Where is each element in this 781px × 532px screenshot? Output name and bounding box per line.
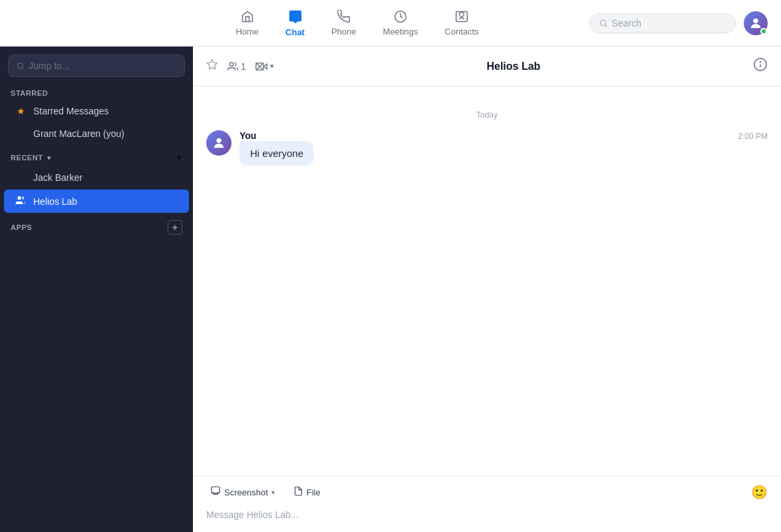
- recent-label: RECENT: [11, 154, 43, 162]
- nav-meetings[interactable]: Meetings: [373, 5, 429, 42]
- screenshot-chevron-icon: ▾: [271, 489, 275, 496]
- svg-point-2: [601, 20, 606, 25]
- messages-area: Today You 2:00 PM Hi everyone: [193, 86, 781, 475]
- message-avatar: [206, 130, 232, 156]
- chevron-down-icon: ▾: [47, 154, 51, 162]
- helios-lab-label: Helios Lab: [33, 196, 77, 207]
- file-button[interactable]: File: [289, 483, 325, 501]
- members-icon: [228, 61, 238, 72]
- search-icon: [599, 19, 608, 28]
- sidebar-item-jack-barker[interactable]: Jack Barker: [4, 167, 189, 188]
- input-toolbar: Screenshot ▾ File 🙂: [206, 483, 768, 501]
- apps-section-header: APPS +: [0, 213, 193, 237]
- starred-messages-label: Starred Messages: [33, 106, 109, 116]
- contacts-icon: [455, 10, 468, 25]
- message-input[interactable]: [206, 507, 768, 523]
- input-area: Screenshot ▾ File 🙂: [193, 475, 781, 532]
- home-icon: [241, 10, 254, 25]
- starred-section-header: STARRED: [0, 82, 193, 100]
- message-meta-row: You 2:00 PM: [239, 130, 768, 141]
- svg-point-4: [753, 18, 758, 23]
- table-row: You 2:00 PM Hi everyone: [206, 130, 768, 166]
- chat-label: Chat: [285, 27, 305, 37]
- message-time: 2:00 PM: [738, 132, 768, 141]
- group-icon: [15, 195, 27, 207]
- meetings-label: Meetings: [383, 27, 418, 37]
- search-input[interactable]: [612, 18, 726, 29]
- phone-label: Phone: [331, 27, 357, 37]
- message-bubble: Hi everyone: [239, 141, 314, 166]
- svg-point-5: [18, 63, 23, 68]
- nav-chat[interactable]: Chat: [275, 4, 315, 43]
- sidebar-search[interactable]: [8, 55, 185, 77]
- svg-line-6: [22, 67, 23, 68]
- svg-point-17: [760, 62, 761, 63]
- recent-toggle[interactable]: RECENT ▾: [11, 154, 51, 162]
- info-button[interactable]: [753, 57, 768, 75]
- svg-marker-8: [208, 60, 218, 69]
- date-divider: Today: [206, 110, 768, 120]
- video-icon: [255, 61, 267, 72]
- sidebar-item-starred-messages[interactable]: ★ Starred Messages: [4, 100, 189, 122]
- nav-center: Home Chat Phone: [225, 4, 489, 43]
- info-icon: [753, 57, 768, 72]
- contacts-label: Contacts: [444, 27, 478, 37]
- chat-header-left: 1 ▾: [206, 59, 274, 74]
- chat-icon: [288, 9, 303, 26]
- file-label: File: [307, 487, 321, 497]
- online-badge: [760, 28, 767, 35]
- emoji-icon: 🙂: [751, 485, 768, 499]
- grant-maclaren-label: Grant MacLaren (you): [33, 128, 124, 139]
- sidebar-search-icon: [17, 62, 25, 70]
- nav-home[interactable]: Home: [225, 5, 269, 42]
- meetings-icon: [394, 10, 407, 25]
- star-header-icon[interactable]: [206, 59, 218, 74]
- members-button[interactable]: 1: [228, 61, 246, 72]
- jack-barker-label: Jack Barker: [33, 172, 82, 183]
- home-label: Home: [235, 27, 259, 37]
- star-icon: ★: [15, 106, 27, 116]
- chat-title: Helios Lab: [486, 61, 540, 72]
- members-count: 1: [241, 61, 246, 72]
- nav-right: [568, 11, 768, 35]
- svg-point-9: [230, 63, 233, 66]
- nav-contacts[interactable]: Contacts: [434, 5, 489, 42]
- sidebar-item-grant-maclaren[interactable]: Grant MacLaren (you): [4, 123, 189, 144]
- svg-line-3: [605, 25, 607, 26]
- sender-avatar-icon: [212, 136, 226, 150]
- recent-section-header: RECENT ▾ +: [0, 145, 193, 166]
- chat-area: 1 ▾ Helios Lab: [193, 47, 781, 532]
- svg-rect-19: [212, 487, 220, 493]
- sidebar-item-helios-lab[interactable]: Helios Lab: [4, 190, 189, 213]
- file-icon: [293, 486, 303, 499]
- screenshot-button[interactable]: Screenshot ▾: [206, 483, 279, 501]
- svg-point-18: [216, 138, 221, 143]
- chat-header: 1 ▾ Helios Lab: [193, 47, 781, 86]
- apps-label: APPS: [11, 223, 32, 231]
- video-chevron-icon: ▾: [270, 62, 274, 70]
- add-recent-button[interactable]: +: [176, 152, 182, 164]
- screenshot-label: Screenshot: [224, 487, 268, 497]
- video-button[interactable]: ▾: [255, 61, 274, 72]
- search-bar[interactable]: [589, 13, 736, 33]
- message-sender: You: [239, 130, 256, 141]
- top-navigation: Home Chat Phone: [0, 0, 781, 47]
- user-avatar-container[interactable]: [744, 11, 768, 35]
- phone-icon: [337, 10, 351, 25]
- main-body: STARRED ★ Starred Messages Grant MacLare…: [0, 47, 781, 532]
- svg-marker-10: [263, 64, 267, 69]
- message-content: You 2:00 PM Hi everyone: [239, 130, 768, 166]
- starred-label: STARRED: [11, 89, 48, 97]
- svg-point-7: [17, 196, 21, 200]
- emoji-button[interactable]: 🙂: [751, 484, 768, 500]
- sidebar: STARRED ★ Starred Messages Grant MacLare…: [0, 47, 193, 532]
- nav-phone[interactable]: Phone: [321, 5, 367, 42]
- add-app-button[interactable]: +: [168, 220, 182, 235]
- screenshot-icon: [210, 485, 221, 499]
- sidebar-search-input[interactable]: [29, 61, 176, 71]
